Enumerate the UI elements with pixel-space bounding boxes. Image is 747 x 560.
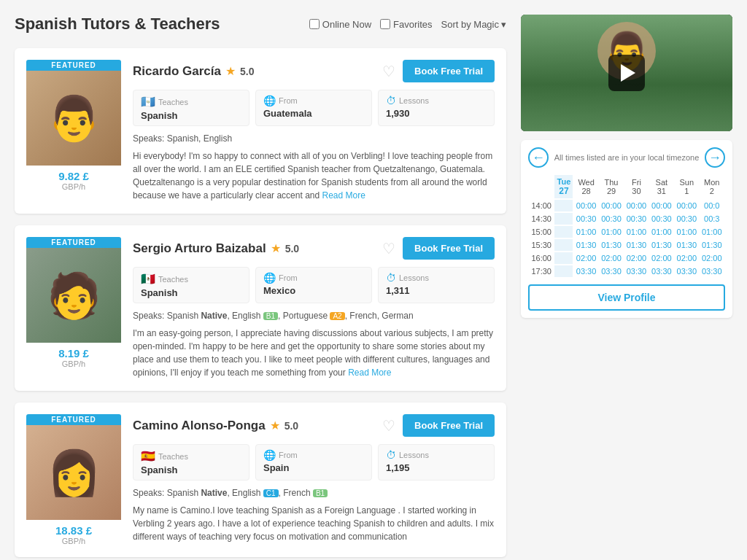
favorites-checkbox[interactable]	[380, 19, 390, 29]
schedule-panel: ← All times listed are in your local tim…	[521, 140, 732, 318]
speaks-line-2: Speaks: Spanish Native, English B1, Port…	[133, 311, 495, 321]
stats-row-2: 🇲🇽Teaches Spanish 🌐From Mexico ⏱Lessons …	[133, 267, 495, 303]
tutor-photo-col-2: FEATURED 🧑 8.19 £ GBP/h	[26, 237, 121, 379]
time-15-00: 15:00	[530, 226, 553, 238]
play-button[interactable]	[608, 55, 645, 91]
slot-sun-1500[interactable]: 01:00	[677, 228, 697, 236]
slot-fri-1500[interactable]: 01:00	[627, 228, 647, 236]
favorite-button-2[interactable]: ♡	[382, 240, 395, 257]
slot-fri-1400[interactable]: 00:00	[627, 201, 647, 210]
day-header-thu: Thu29	[600, 175, 623, 198]
day-header-tue: Tue27	[554, 175, 573, 198]
slot-wed-1400[interactable]: 00:00	[576, 201, 597, 210]
tutor-price-2: 8.19 £	[58, 347, 89, 359]
slot-sat-1600[interactable]: 02:00	[651, 254, 672, 262]
tutor-rating-2: 5.0	[285, 243, 299, 254]
slot-thu-1400[interactable]: 00:00	[601, 201, 622, 210]
slot-thu-1600[interactable]: 02:00	[601, 254, 622, 262]
schedule-row: 16:00 02:00 02:00 02:00 02:00 02:00 02:0…	[530, 252, 724, 264]
name-rating-3: Camino Alonso-Ponga ★ 5.0	[133, 419, 298, 433]
slot-sat-1430[interactable]: 00:30	[651, 214, 672, 223]
slot-mon-1600[interactable]: 02:00	[702, 254, 722, 262]
slot-thu-1500[interactable]: 01:00	[601, 228, 622, 236]
slot-fri-1530[interactable]: 01:30	[627, 241, 647, 249]
slot-fri-1600[interactable]: 02:00	[627, 254, 647, 262]
slot-sat-1730[interactable]: 03:30	[651, 267, 672, 276]
slot-sun-1530[interactable]: 01:30	[677, 241, 697, 249]
tutor-name-1: Ricardo García	[133, 64, 221, 79]
star-icon-3: ★	[270, 419, 280, 432]
slot-sun-1430[interactable]: 00:30	[677, 214, 697, 223]
day-header-mon: Mon2	[700, 175, 724, 198]
name-rating-1: Ricardo García ★ 5.0	[133, 64, 254, 79]
tutor-name-3: Camino Alonso-Ponga	[133, 419, 266, 433]
slot-wed-1430[interactable]: 00:30	[576, 214, 597, 223]
book-button-1[interactable]: Book Free Trial	[403, 60, 495, 82]
tutor-card-2: FEATURED 🧑 8.19 £ GBP/h Sergio Arturo Ba…	[15, 225, 506, 391]
slot-wed-1600[interactable]: 02:00	[576, 254, 597, 262]
slot-sun-1400[interactable]: 00:00	[677, 201, 697, 210]
sort-button[interactable]: Sort by Magic ▾	[441, 19, 506, 30]
next-week-button[interactable]: →	[705, 147, 725, 168]
schedule-row: 15:30 01:30 01:30 01:30 01:30 01:30 01:3…	[530, 239, 724, 251]
schedule-table: Tue27 Wed28 Thu29 Fri30 Sat31 Sun1 Mon2 …	[528, 174, 725, 279]
from-stat-3: 🌐From Spain	[255, 444, 372, 481]
online-now-filter[interactable]: Online Now	[309, 19, 371, 30]
book-button-2[interactable]: Book Free Trial	[403, 237, 495, 260]
favorite-button-1[interactable]: ♡	[382, 63, 395, 80]
speaks-line-3: Speaks: Spanish Native, English C1, Fren…	[133, 488, 495, 498]
tutor-bio-2: I'm an easy-going person, I appreciate h…	[133, 327, 495, 379]
slot-fri-1730[interactable]: 03:30	[627, 267, 647, 276]
slot-sat-1400[interactable]: 00:00	[651, 201, 672, 210]
slot-thu-1730[interactable]: 03:30	[601, 267, 622, 276]
slot-sat-1500[interactable]: 01:00	[651, 228, 672, 236]
tutor-card-3: FEATURED 👩 18.83 £ GBP/h Camino Alonso-P…	[15, 402, 506, 557]
tutor-header-2: Sergio Arturo Baizabal ★ 5.0 ♡ Book Free…	[133, 237, 495, 260]
slot-mon-1500[interactable]: 01:00	[702, 228, 722, 236]
tutor-info-2: Sergio Arturo Baizabal ★ 5.0 ♡ Book Free…	[133, 237, 495, 379]
tutor-price-unit-1: GBP/h	[62, 182, 85, 191]
slot-sat-1530[interactable]: 01:30	[651, 241, 672, 249]
time-14-30: 14:30	[530, 213, 553, 225]
prev-week-button[interactable]: ←	[528, 147, 549, 168]
time-15-30: 15:30	[530, 239, 553, 251]
from-stat-1: 🌐From Guatemala	[255, 90, 372, 126]
lessons-stat-3: ⏱Lessons 1,195	[378, 444, 495, 481]
schedule-row: 14:30 00:30 00:30 00:30 00:30 00:30 00:3	[530, 213, 724, 225]
timezone-note: All times listed are in your local timez…	[549, 153, 705, 162]
slot-fri-1430[interactable]: 00:30	[627, 214, 647, 223]
slot-thu-1530[interactable]: 01:30	[601, 241, 622, 249]
favorites-filter[interactable]: Favorites	[380, 19, 432, 30]
view-profile-button[interactable]: View Profile	[528, 284, 725, 311]
favorite-button-3[interactable]: ♡	[382, 417, 395, 435]
online-now-checkbox[interactable]	[309, 19, 320, 29]
page-title: Spanish Tutors & Teachers	[15, 15, 220, 34]
slot-wed-1530[interactable]: 01:30	[576, 241, 597, 249]
book-button-3[interactable]: Book Free Trial	[403, 414, 495, 437]
schedule-row: 14:00 00:00 00:00 00:00 00:00 00:00 00:0	[530, 200, 724, 211]
stats-row-1: 🇬🇹Teaches Spanish 🌐From Guatemala ⏱Lesso…	[133, 90, 495, 126]
read-more-button-2[interactable]: Read More	[348, 368, 391, 378]
slot-mon-1530[interactable]: 01:30	[702, 241, 722, 249]
slot-thu-1430[interactable]: 00:30	[601, 214, 622, 223]
read-more-button-1[interactable]: Read More	[322, 190, 365, 201]
slot-mon-1430[interactable]: 00:3	[704, 214, 719, 223]
tutor-header-1: Ricardo García ★ 5.0 ♡ Book Free Trial	[133, 60, 495, 82]
slot-wed-1500[interactable]: 01:00	[576, 228, 597, 236]
from-stat-2: 🌐From Mexico	[255, 267, 372, 303]
tutor-info-3: Camino Alonso-Ponga ★ 5.0 ♡ Book Free Tr…	[133, 414, 495, 545]
tutor-photo-col-3: FEATURED 👩 18.83 £ GBP/h	[26, 414, 121, 545]
slot-sun-1730[interactable]: 03:30	[677, 267, 697, 276]
slot-mon-1400[interactable]: 00:0	[704, 201, 719, 210]
teaches-stat-1: 🇬🇹Teaches Spanish	[133, 90, 249, 126]
tutor-info-1: Ricardo García ★ 5.0 ♡ Book Free Trial 🇬…	[133, 60, 495, 202]
slot-mon-1730[interactable]: 03:30	[702, 267, 722, 276]
slot-sun-1600[interactable]: 02:00	[677, 254, 697, 262]
tutor-rating-1: 5.0	[240, 66, 254, 77]
name-rating-2: Sergio Arturo Baizabal ★ 5.0	[133, 241, 299, 256]
tutor-price-1: 9.82 £	[58, 170, 89, 182]
slot-wed-1730[interactable]: 03:30	[576, 267, 597, 276]
day-header-wed: Wed28	[574, 175, 597, 198]
video-panel: 👨	[521, 15, 732, 131]
star-icon-2: ★	[271, 241, 281, 255]
